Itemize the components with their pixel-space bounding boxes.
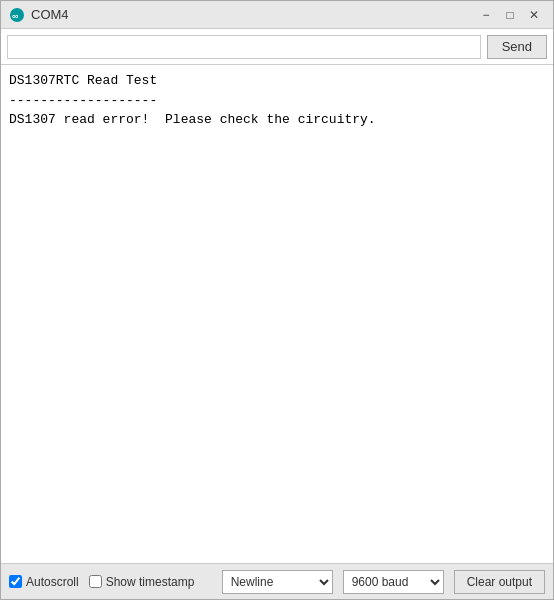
window-controls: − □ ✕ [475,4,545,26]
window-title: COM4 [31,7,475,22]
console-output: DS1307RTC Read Test ------------------- … [1,65,553,563]
send-button[interactable]: Send [487,35,547,59]
arduino-serial-monitor-window: ∞ COM4 − □ ✕ Send DS1307RTC Read Test --… [0,0,554,600]
serial-input[interactable] [7,35,481,59]
console-line-2: ------------------- [9,91,545,111]
autoscroll-label: Autoscroll [26,575,79,589]
minimize-button[interactable]: − [475,4,497,26]
status-bar: Autoscroll Show timestamp Newline No lin… [1,563,553,599]
svg-text:∞: ∞ [12,11,19,21]
toolbar: Send [1,29,553,65]
title-bar: ∞ COM4 − □ ✕ [1,1,553,29]
close-button[interactable]: ✕ [523,4,545,26]
arduino-icon: ∞ [9,7,25,23]
maximize-button[interactable]: □ [499,4,521,26]
newline-dropdown[interactable]: Newline No line ending Carriage return B… [222,570,333,594]
console-line-3: DS1307 read error! Please check the circ… [9,110,545,130]
show-timestamp-label: Show timestamp [106,575,195,589]
show-timestamp-checkbox-label[interactable]: Show timestamp [89,575,195,589]
console-line-1: DS1307RTC Read Test [9,71,545,91]
autoscroll-checkbox[interactable] [9,575,22,588]
show-timestamp-checkbox[interactable] [89,575,102,588]
baud-dropdown[interactable]: 300 baud 1200 baud 2400 baud 4800 baud 9… [343,570,444,594]
clear-output-button[interactable]: Clear output [454,570,545,594]
autoscroll-checkbox-label[interactable]: Autoscroll [9,575,79,589]
